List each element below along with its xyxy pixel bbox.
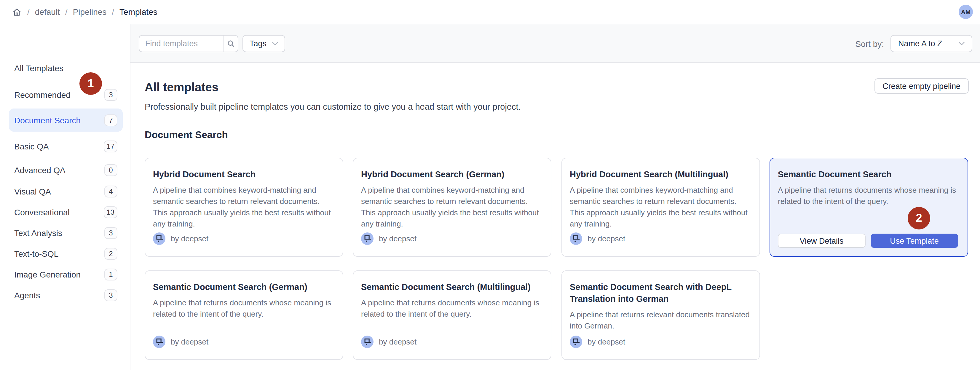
annotation-step-1: 1: [80, 72, 102, 95]
sidebar-item-count: 4: [104, 185, 118, 197]
sort-by-label: Sort by:: [856, 39, 884, 48]
sidebar-item-label: Visual QA: [14, 187, 51, 196]
author-label: by deepset: [171, 234, 208, 243]
sidebar: All Templates Recommended3 Document Sear…: [0, 24, 130, 370]
template-card-description: A pipeline that returns documents whose …: [778, 184, 958, 207]
sidebar-item-document-search[interactable]: Document Search7: [9, 108, 123, 132]
template-card-semantic-document-search[interactable]: Semantic Document Search A pipeline that…: [770, 158, 968, 257]
main-content: All templates Create empty pipeline Prof…: [130, 63, 980, 370]
sidebar-item-count: 1: [104, 268, 118, 280]
sidebar-item-all-templates[interactable]: All Templates: [9, 56, 123, 80]
template-card-title: Hybrid Document Search (German): [361, 168, 541, 180]
author-label: by deepset: [587, 337, 625, 346]
template-card-actions: View Details Use Template: [778, 234, 958, 248]
template-card-description: A pipeline that combines keyword-matchin…: [153, 184, 333, 230]
sidebar-item-label: Recommended: [14, 90, 70, 99]
breadcrumb-separator: /: [112, 7, 114, 17]
sidebar-item-count: 2: [104, 247, 118, 259]
page-title: All templates: [145, 81, 218, 94]
sort-dropdown[interactable]: Name A to Z: [891, 35, 972, 52]
template-card-author: by deepset: [570, 336, 750, 348]
use-template-button[interactable]: Use Template: [870, 234, 958, 248]
sidebar-item-count: 3: [104, 227, 118, 239]
sort-controls: Sort by: Name A to Z: [856, 35, 973, 52]
annotation-step-2: 2: [908, 207, 930, 230]
template-card-author: by deepset: [570, 233, 750, 245]
sidebar-item-text-analysis[interactable]: Text Analysis3: [9, 221, 123, 244]
template-card-description: A pipeline that returns documents whose …: [361, 297, 541, 320]
search-icon[interactable]: [224, 35, 238, 52]
sidebar-item-label: All Templates: [14, 63, 64, 73]
template-card-title: Hybrid Document Search (Multilingual): [570, 168, 750, 180]
app-root: / default / Pipelines / Templates AM All…: [0, 0, 980, 370]
sidebar-item-label: Advanced QA: [14, 165, 65, 175]
sidebar-item-label: Text Analysis: [14, 228, 62, 238]
sidebar-item-label: Document Search: [14, 115, 81, 125]
author-label: by deepset: [171, 337, 208, 346]
template-card-author: by deepset: [153, 233, 333, 245]
deepset-logo-icon: [361, 233, 374, 245]
chevron-down-icon: [959, 41, 964, 46]
toolbar: Tags Sort by: Name A to Z: [130, 24, 980, 63]
template-card-hybrid-document-search[interactable]: Hybrid Document Search A pipeline that c…: [145, 158, 343, 257]
template-card-title: Semantic Document Search with DeepL Tran…: [570, 281, 750, 305]
breadcrumb-item-templates: Templates: [119, 7, 158, 17]
view-details-button[interactable]: View Details: [778, 234, 865, 248]
sidebar-item-label: Agents: [14, 290, 40, 300]
sidebar-item-count: 0: [104, 164, 118, 176]
breadcrumb-separator: /: [65, 7, 68, 17]
breadcrumb-item-pipelines[interactable]: Pipelines: [73, 7, 107, 17]
sidebar-item-count: 13: [103, 206, 118, 218]
section-title: Document Search: [145, 129, 228, 140]
template-card-semantic-document-search-multilingual[interactable]: Semantic Document Search (Multilingual) …: [353, 270, 551, 360]
page-subtitle: Professionally built pipeline templates …: [145, 102, 521, 112]
template-card-hybrid-document-search-multilingual[interactable]: Hybrid Document Search (Multilingual) A …: [562, 158, 760, 257]
template-card-description: A pipeline that combines keyword-matchin…: [361, 184, 541, 230]
template-card-author: by deepset: [361, 233, 541, 245]
search-input[interactable]: [139, 35, 224, 52]
sidebar-item-label: Image Generation: [14, 270, 81, 279]
sidebar-item-recommended[interactable]: Recommended3: [9, 83, 123, 106]
template-card-hybrid-document-search-german[interactable]: Hybrid Document Search (German) A pipeli…: [353, 158, 551, 257]
template-card-semantic-document-search-deepl[interactable]: Semantic Document Search with DeepL Tran…: [562, 270, 760, 360]
sidebar-item-label: Basic QA: [14, 142, 49, 151]
create-empty-pipeline-button[interactable]: Create empty pipeline: [874, 78, 969, 94]
breadcrumb-separator: /: [27, 7, 30, 17]
chevron-down-icon: [272, 41, 278, 46]
sidebar-item-count: 17: [103, 140, 118, 152]
sidebar-item-count: 7: [104, 114, 118, 126]
deepset-logo-icon: [570, 336, 582, 348]
sidebar-item-advanced-qa[interactable]: Advanced QA0: [9, 158, 123, 182]
deepset-logo-icon: [361, 336, 374, 348]
sidebar-item-count: 3: [104, 289, 118, 301]
tags-label: Tags: [250, 39, 266, 48]
template-card-title: Semantic Document Search: [778, 168, 958, 180]
template-card-description: A pipeline that returns relevant documen…: [570, 309, 750, 332]
sidebar-item-count: 3: [104, 89, 118, 100]
deepset-logo-icon: [153, 336, 165, 348]
author-label: by deepset: [379, 234, 417, 243]
sidebar-item-text-to-sql[interactable]: Text-to-SQL2: [9, 242, 123, 265]
sort-value: Name A to Z: [898, 39, 942, 48]
sidebar-item-basic-qa[interactable]: Basic QA17: [9, 135, 123, 158]
template-card-description: A pipeline that returns documents whose …: [153, 297, 333, 320]
tags-dropdown[interactable]: Tags: [242, 35, 285, 52]
sidebar-item-visual-qa[interactable]: Visual QA4: [9, 180, 123, 203]
avatar[interactable]: AM: [959, 5, 973, 19]
topbar: / default / Pipelines / Templates AM: [0, 0, 980, 24]
template-card-author: by deepset: [361, 336, 541, 348]
sidebar-item-agents[interactable]: Agents3: [9, 284, 123, 306]
home-icon[interactable]: [12, 7, 22, 17]
breadcrumb-item-default[interactable]: default: [35, 7, 60, 17]
sidebar-item-conversational[interactable]: Conversational13: [9, 200, 123, 223]
sidebar-item-image-generation[interactable]: Image Generation1: [9, 263, 123, 286]
template-card-title: Hybrid Document Search: [153, 168, 333, 180]
template-card-author: by deepset: [153, 336, 333, 348]
template-card-semantic-document-search-german[interactable]: Semantic Document Search (German) A pipe…: [145, 270, 343, 360]
author-label: by deepset: [379, 337, 417, 346]
author-label: by deepset: [587, 234, 625, 243]
template-card-title: Semantic Document Search (Multilingual): [361, 281, 541, 293]
deepset-logo-icon: [153, 233, 165, 245]
breadcrumb: / default / Pipelines / Templates: [12, 0, 158, 24]
template-card-description: A pipeline that combines keyword-matchin…: [570, 184, 750, 230]
